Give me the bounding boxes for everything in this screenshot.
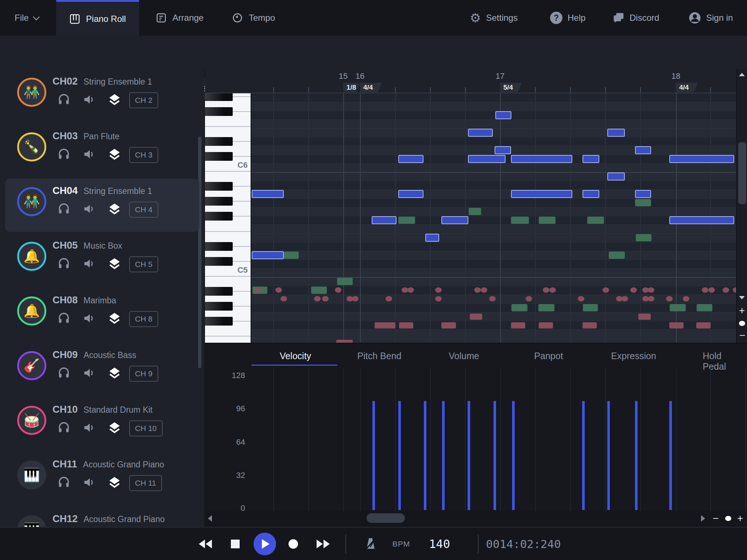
drum-note-dot[interactable] [352,296,359,302]
channel-mute-button[interactable] [83,367,95,381]
channel-avatar[interactable]: 🔔 [17,242,46,271]
midi-note[interactable] [511,190,572,198]
scroll-left-icon[interactable] [208,515,212,522]
channel-mute-button[interactable] [83,312,95,326]
channel-solo-button[interactable] [58,367,70,381]
drum-note-dot[interactable] [335,287,341,293]
black-key[interactable] [205,317,233,326]
channel-avatar[interactable]: 🎹 [17,515,46,527]
channel-layers-button[interactable] [108,203,121,217]
drum-note-dot[interactable] [275,287,282,293]
scroll-right-icon[interactable] [701,515,705,522]
midi-note[interactable] [669,155,734,163]
black-key[interactable] [205,107,233,116]
channel-avatar[interactable]: 🎹 [17,460,46,490]
channel-item-ch04[interactable]: 👬CH04String Ensemble 1CH 4 [5,179,199,232]
tab-arrange[interactable]: Arrange [150,0,210,36]
velocity-bar[interactable] [398,401,401,510]
midi-note[interactable] [511,155,572,163]
channel-solo-button[interactable] [58,93,70,107]
ghost-note-maroon[interactable] [696,322,711,328]
velocity-bar[interactable] [512,401,515,510]
midi-note[interactable] [468,129,493,137]
midi-note[interactable] [398,155,423,163]
drum-note-dot[interactable] [648,296,654,302]
ghost-note-green[interactable] [538,304,554,311]
ghost-note-maroon[interactable] [539,322,553,328]
black-key[interactable] [205,242,233,251]
hzoom-in-icon[interactable]: + [737,513,743,524]
midi-note[interactable] [582,190,599,198]
channel-item-ch05[interactable]: 🔔CH05Music BoxCH 5 [5,233,199,287]
midi-note[interactable] [468,155,506,163]
play-button[interactable] [253,528,276,560]
ghost-note-maroon[interactable] [638,314,651,320]
channel-solo-button[interactable] [58,148,70,162]
velocity-bar[interactable] [494,401,496,510]
zoom-reset-icon[interactable] [739,321,745,326]
ghost-note-green[interactable] [636,234,651,241]
tab-tempo[interactable]: Tempo [224,0,283,36]
drum-note-dot[interactable] [435,296,442,302]
velocity-bar[interactable] [442,401,445,510]
time-signature-chip[interactable]: 4/4 [360,83,382,92]
drum-note-dot[interactable] [543,287,549,293]
channel-mute-button[interactable] [83,257,95,271]
velocity-bar[interactable] [635,401,638,510]
ghost-note-maroon[interactable] [399,322,413,328]
midi-note[interactable] [441,216,468,224]
rewind-button[interactable] [195,528,216,560]
ghost-note-maroon[interactable] [375,322,395,328]
drum-note-dot[interactable] [435,287,442,293]
drum-note-dot[interactable] [407,287,414,293]
black-key[interactable] [205,137,233,146]
drum-note-dot[interactable] [702,287,708,293]
channel-layers-button[interactable] [108,93,121,107]
midi-note[interactable] [495,111,511,119]
ghost-note-maroon[interactable] [470,314,482,320]
channel-avatar[interactable]: 🥁 [17,406,46,435]
scroll-up-icon[interactable] [739,73,745,76]
channel-avatar[interactable]: 👬 [17,187,46,216]
midi-note[interactable] [669,216,734,224]
record-button[interactable] [284,528,303,560]
ghost-note-green[interactable] [635,199,651,206]
time-signature-chip[interactable]: 5/4 [500,83,522,92]
pane-tab-velocity[interactable]: Velocity [280,351,311,361]
drum-note-dot[interactable] [549,287,556,293]
velocity-bar[interactable] [607,401,610,510]
drum-note-dot[interactable] [481,287,487,293]
black-key[interactable] [205,152,233,161]
channel-item-ch03[interactable]: 🍾CH03Pan FluteCH 3 [5,124,199,177]
timeline-ruler[interactable]: 151617181/84/45/44/4 [205,69,747,93]
midi-note[interactable] [582,155,599,163]
ghost-note-green[interactable] [670,304,686,311]
midi-note[interactable] [607,129,625,137]
black-key[interactable] [205,287,233,296]
midi-note[interactable] [635,190,651,198]
black-key[interactable] [205,302,233,311]
black-key[interactable] [205,197,233,206]
channel-layers-button[interactable] [108,476,121,490]
velocity-bar[interactable] [424,401,426,510]
ghost-note-maroon[interactable] [336,340,353,343]
black-key[interactable] [205,93,233,101]
midi-note[interactable] [425,234,439,242]
channel-mute-button[interactable] [83,148,95,162]
midi-note[interactable] [252,251,284,259]
channel-solo-button[interactable] [58,257,70,271]
velocity-bar[interactable] [582,401,585,510]
ghost-note-green[interactable] [469,208,481,215]
hzoom-out-icon[interactable]: − [713,513,719,524]
drum-note-dot[interactable] [648,287,654,293]
ghost-note-green[interactable] [609,252,625,259]
drum-note-dot[interactable] [683,296,689,302]
ghost-note-green[interactable] [337,278,353,285]
drum-note-dot[interactable] [622,296,628,302]
stop-button[interactable] [226,528,244,560]
bpm-value[interactable]: 140 [419,528,460,560]
pane-tab-volume[interactable]: Volume [449,351,479,361]
channel-item-ch11[interactable]: 🎹CH11Acoustic Grand PianoCH 11 [5,452,199,505]
velocity-bar[interactable] [468,401,470,510]
file-menu[interactable]: File [15,0,39,36]
